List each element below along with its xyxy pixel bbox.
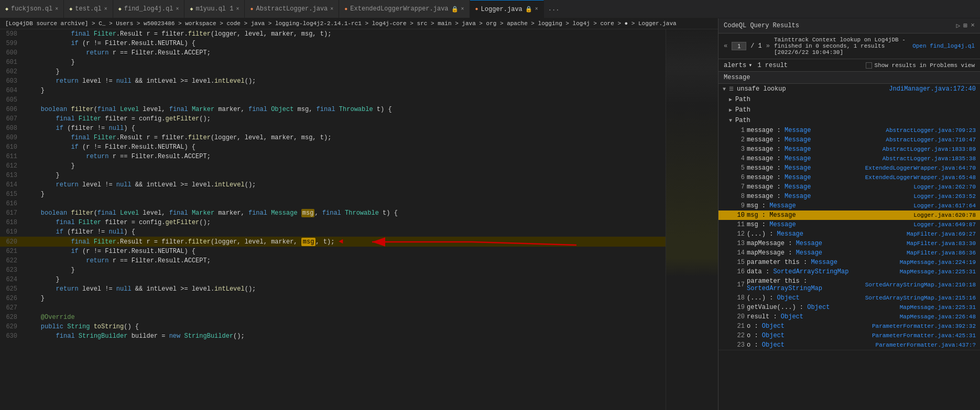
- tab-extended[interactable]: ● ExtendedLoggerWrapper.java 🔒 ×: [339, 0, 470, 18]
- editor-wrapper: 598 final Filter.Result r = filter.filte…: [0, 29, 718, 410]
- result-num: 19: [733, 304, 745, 311]
- list-item[interactable]: 22 o : Object ParameterFormatter.java:42…: [718, 331, 980, 340]
- table-row: 625 return level != null && intLevel >= …: [0, 284, 666, 294]
- list-item[interactable]: 20 result : Object MapMessage.java:226:4…: [718, 312, 980, 322]
- result-label: message : Message: [747, 164, 863, 172]
- play-icon[interactable]: ▷: [956, 21, 961, 30]
- table-row: 603 return level != null && intLevel >= …: [0, 76, 666, 86]
- tab-close-logger[interactable]: ×: [535, 6, 538, 12]
- result-num: 12: [733, 230, 745, 238]
- tab-abstract[interactable]: ● AbstractLogger.java ×: [245, 0, 339, 18]
- table-row: 629 public String toString() {: [0, 322, 666, 331]
- tab-bar: ◆ fuckjson.ql × ◆ test.ql × ◆ find_log4j…: [0, 0, 980, 18]
- list-item[interactable]: 9 msg : Message Logger.java:617:64: [718, 201, 980, 210]
- table-row: 598 final Filter.Result r = filter.filte…: [0, 29, 666, 39]
- table-row-active: 620 final Filter.Result r = filter.filte…: [0, 237, 666, 247]
- chevron-right-icon: ▶: [729, 107, 732, 113]
- result-num: 21: [733, 323, 745, 330]
- page-input[interactable]: [732, 42, 746, 50]
- table-row: 601 }: [0, 58, 666, 67]
- tab-fuckjson[interactable]: ◆ fuckjson.ql ×: [0, 0, 64, 18]
- tab-overflow[interactable]: ...: [544, 0, 564, 18]
- open-file-link[interactable]: Open find_log4j.ql: [912, 43, 975, 49]
- result-file: ParameterFormatter.java:425:31: [872, 333, 976, 339]
- show-problems-checkbox[interactable]: [866, 62, 872, 69]
- tab-close-test[interactable]: ×: [104, 6, 107, 12]
- group-file-unsafe-lookup: JndiManager.java:172:40: [889, 85, 976, 93]
- list-item[interactable]: 8 message : Message Logger.java:263:52: [718, 192, 980, 201]
- tab-close-fuckjson[interactable]: ×: [55, 6, 58, 12]
- path-2-header[interactable]: ▶ Path: [718, 105, 980, 115]
- tab-test[interactable]: ◆ test.ql ×: [64, 0, 113, 18]
- page-next-icon[interactable]: »: [766, 42, 770, 50]
- path-3-label: Path: [735, 117, 750, 124]
- split-icon[interactable]: ⊞: [963, 21, 967, 30]
- list-item[interactable]: 7 message : Message Logger.java:262:70: [718, 182, 980, 192]
- table-row: 614 return level != null && intLevel >= …: [0, 180, 666, 190]
- list-item[interactable]: 6 message : Message ExtendedLoggerWrappe…: [718, 173, 980, 182]
- list-item[interactable]: 15 parameter this : Message MapMessage.j…: [718, 258, 980, 267]
- minimap[interactable]: [666, 29, 718, 410]
- result-label: message : Message: [747, 155, 880, 162]
- page-prev-icon[interactable]: «: [724, 42, 727, 50]
- code-scroll[interactable]: 598 final Filter.Result r = filter.filte…: [0, 29, 666, 410]
- list-item[interactable]: 4 message : Message AbstractLogger.java:…: [718, 154, 980, 163]
- alerts-dropdown[interactable]: alerts ▾: [724, 61, 752, 69]
- list-item[interactable]: 19 getValue(...) : Object MapMessage.jav…: [718, 303, 980, 312]
- list-item[interactable]: 13 mapMessage : Message MapFilter.java:8…: [718, 239, 980, 248]
- result-label: message : Message: [747, 136, 884, 143]
- list-item[interactable]: 3 message : Message AbstractLogger.java:…: [718, 145, 980, 154]
- list-item[interactable]: 1 message : Message AbstractLogger.java:…: [718, 126, 980, 135]
- list-item[interactable]: 16 data : SortedArrayStringMap MapMessag…: [718, 267, 980, 276]
- list-item[interactable]: 2 message : Message AbstractLogger.java:…: [718, 135, 980, 145]
- tab-label-test: test.ql: [75, 5, 101, 13]
- result-num: 10: [733, 212, 745, 219]
- alerts-bar: alerts ▾ 1 result Show results in Proble…: [718, 59, 980, 72]
- result-file: ParameterFormatter.java:437:?: [876, 342, 976, 348]
- table-row: 616: [0, 199, 666, 208]
- list-item[interactable]: 17 parameter this : SortedArrayStringMap…: [718, 276, 980, 293]
- list-item-selected[interactable]: 10 msg : Message Logger.java:620:78: [718, 210, 980, 220]
- list-item[interactable]: 11 msg : Message Logger.java:649:87: [718, 220, 980, 229]
- result-num: 22: [733, 332, 745, 339]
- tab-m1yuu[interactable]: ◆ m1yuu.ql 1 ×: [184, 0, 245, 18]
- list-item[interactable]: 14 mapMessage : Message MapFilter.java:8…: [718, 248, 980, 258]
- tab-label-find: find_log4j.ql: [124, 5, 173, 13]
- tab-logger[interactable]: ● Logger.java 🔒 ×: [470, 0, 544, 18]
- close-panel-icon[interactable]: ×: [971, 21, 975, 30]
- result-file: SortedArrayStringMap.java:210:18: [865, 282, 976, 288]
- result-num: 20: [733, 313, 745, 320]
- minimap-content: [666, 29, 718, 410]
- result-label: message : Message: [747, 183, 911, 191]
- tab-close-find[interactable]: ×: [176, 6, 179, 12]
- table-row: 619 if (filter != null) {: [0, 227, 666, 237]
- result-file: MapFilter.java:69:27: [907, 231, 976, 237]
- main-area: [Log4jDB source archive] > C_ > Users > …: [0, 18, 980, 410]
- table-row: 630 final StringBuilder builder = new St…: [0, 331, 666, 341]
- codeql-panel: CodeQL Query Results ▷ ⊞ × « / 1 » Taint…: [718, 18, 980, 410]
- result-file: ParameterFormatter.java:392:32: [872, 323, 976, 329]
- result-file: AbstractLogger.java:709:23: [886, 127, 976, 134]
- list-item[interactable]: 23 o : Object ParameterFormatter.java:43…: [718, 340, 980, 350]
- tab-find-log4j[interactable]: ◆ find_log4j.ql ×: [113, 0, 185, 18]
- list-item[interactable]: 21 o : Object ParameterFormatter.java:39…: [718, 322, 980, 331]
- path-1-header[interactable]: ▶ Path: [718, 94, 980, 105]
- tab-close-abstract[interactable]: ×: [330, 6, 333, 12]
- result-group-header-unsafe-lookup[interactable]: ▼ ☰ unsafe lookup JndiManager.java:172:4…: [718, 84, 980, 94]
- tab-close-extended[interactable]: ×: [461, 6, 464, 12]
- results-list[interactable]: ▼ ☰ unsafe lookup JndiManager.java:172:4…: [718, 84, 980, 410]
- result-label: msg : Message: [747, 202, 911, 209]
- result-label: msg : Message: [747, 212, 911, 219]
- path-3-header[interactable]: ▼ Path: [718, 115, 980, 126]
- result-num: 18: [733, 294, 745, 302]
- table-row: 617 boolean filter(final Level level, fi…: [0, 208, 666, 218]
- list-item[interactable]: 18 (...) : Object SortedArrayStringMap.j…: [718, 293, 980, 303]
- list-item[interactable]: 12 (...) : Message MapFilter.java:69:27: [718, 229, 980, 239]
- result-file: AbstractLogger.java:710:47: [886, 137, 976, 143]
- tab-close-m1yuu[interactable]: ×: [236, 6, 239, 12]
- tab-icon-fuckjson: ◆: [5, 6, 8, 12]
- lock-icon-extended: 🔒: [451, 6, 459, 13]
- result-num: 6: [733, 174, 745, 181]
- list-item[interactable]: 5 message : Message ExtendedLoggerWrappe…: [718, 163, 980, 173]
- table-row: 626 }: [0, 294, 666, 303]
